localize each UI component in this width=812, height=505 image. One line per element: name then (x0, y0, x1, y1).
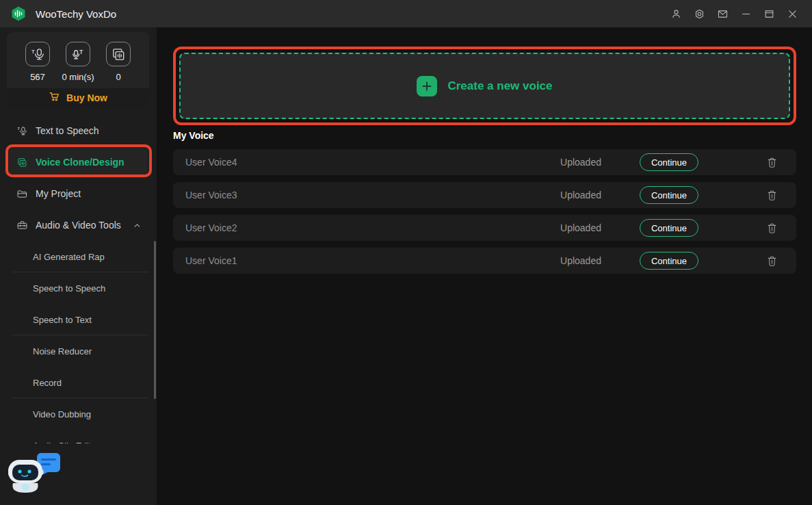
sidebar-subitem-noise-reducer[interactable]: Noise Reducer (0, 335, 157, 367)
app-body: T 567 T (0, 27, 812, 505)
settings-gear-icon[interactable] (692, 6, 707, 21)
voice-minutes-icon[interactable]: T (66, 42, 90, 66)
sidebar-item-my-project[interactable]: My Project (0, 178, 157, 209)
tts-quota-value: 567 (30, 72, 45, 82)
sidebar-item-voice-clone-design[interactable]: Voice Clone/Design (9, 146, 148, 178)
page-title: My Voice (173, 130, 796, 141)
chevron-up-icon[interactable] (133, 221, 142, 230)
clone-quota-icon[interactable] (106, 42, 131, 66)
delete-trash-icon[interactable] (767, 255, 777, 267)
sidebar-subitem-label: Speech to Speech (33, 283, 105, 294)
account-icon[interactable] (668, 6, 683, 21)
sidebar-subitem-speech-to-text[interactable]: Speech to Text (0, 304, 157, 335)
voice-row: User Voice3 Uploaded Continue (173, 182, 796, 208)
titlebar-controls (668, 6, 800, 21)
annotation-highlight-create-voice: Create a new voice (173, 47, 796, 125)
sidebar-subitem-label: Speech to Text (33, 315, 92, 325)
status-badge: Uploaded (560, 255, 601, 266)
sidebar-subitem-label: Record (33, 378, 62, 388)
stat-clone-quota: 0 (100, 42, 137, 82)
create-new-voice-button[interactable]: Create a new voice (179, 53, 790, 119)
delete-trash-icon[interactable] (767, 190, 777, 201)
sidebar-scrollbar[interactable] (154, 241, 156, 399)
sidebar-subitem-video-dubbing[interactable]: Video Dubbing (0, 398, 157, 430)
continue-button[interactable]: Continue (640, 153, 698, 171)
voice-name: User Voice4 (185, 157, 560, 168)
sidebar-item-label: Voice Clone/Design (36, 157, 125, 168)
voice-row: User Voice1 Uploaded Continue (173, 248, 796, 274)
status-badge: Uploaded (560, 157, 601, 168)
folder-icon (16, 188, 28, 200)
continue-button[interactable]: Continue (640, 219, 698, 237)
voice-list: User Voice4 Uploaded Continue User Voice… (173, 149, 796, 274)
sidebar-subitem-label: Noise Reducer (33, 346, 92, 357)
sidebar-subitem-record[interactable]: Record (0, 367, 157, 398)
plus-icon (417, 76, 437, 96)
continue-button[interactable]: Continue (640, 252, 698, 270)
voice-name: User Voice3 (185, 190, 560, 200)
stat-voice-minutes: T 0 min(s) (60, 42, 96, 82)
status-badge: Uploaded (560, 222, 601, 233)
voice-name: User Voice1 (185, 255, 560, 266)
voice-name: User Voice2 (185, 222, 560, 233)
close-button[interactable] (785, 6, 800, 21)
sidebar-item-audio-video-tools[interactable]: Audio & Video Tools (0, 209, 157, 241)
maximize-button[interactable] (761, 6, 776, 21)
svg-text:T: T (31, 49, 34, 55)
sidebar-menu: T Text to Speech Voice Clone/Des (0, 115, 157, 443)
sidebar-subitem-audio-clip-edit[interactable]: Audio Clip Edit (0, 430, 157, 443)
buy-now-button[interactable]: Buy Now (7, 88, 149, 107)
minimize-button[interactable] (738, 6, 753, 21)
status-badge: Uploaded (560, 190, 601, 200)
delete-trash-icon[interactable] (767, 157, 777, 168)
assistant-mascot[interactable] (8, 449, 63, 504)
create-new-voice-label: Create a new voice (447, 79, 552, 93)
toolbox-icon (16, 220, 28, 231)
text-to-speech-icon: T (16, 125, 28, 137)
titlebar: WooTechy VoxDo (0, 0, 812, 27)
stat-tts-quota: T 567 (19, 42, 56, 82)
sidebar-subitem-ai-generated-rap[interactable]: AI Generated Rap (0, 241, 157, 272)
stats-row: T 567 T (7, 32, 149, 88)
sidebar-subitem-label: Video Dubbing (33, 409, 91, 419)
clone-quota-value: 0 (116, 72, 120, 82)
svg-text:T: T (17, 127, 20, 131)
cart-icon (49, 90, 61, 105)
sidebar-item-label: My Project (36, 188, 81, 199)
voice-row: User Voice4 Uploaded Continue (173, 149, 796, 175)
buy-now-label: Buy Now (66, 92, 107, 103)
sidebar-item-label: Text to Speech (36, 125, 99, 136)
account-stats-card: T 567 T (7, 32, 149, 107)
svg-text:T: T (79, 48, 83, 55)
sidebar: T 567 T (0, 27, 157, 505)
voice-minutes-value: 0 min(s) (62, 72, 94, 82)
voice-clone-icon (16, 157, 28, 168)
app-logo-icon (11, 6, 26, 21)
sidebar-item-text-to-speech[interactable]: T Text to Speech (0, 115, 157, 146)
main-content: Create a new voice My Voice User Voice4 … (157, 27, 812, 505)
tts-quota-icon[interactable]: T (25, 42, 50, 66)
mail-icon[interactable] (715, 6, 730, 21)
app-title: WooTechy VoxDo (36, 8, 116, 20)
sidebar-subitem-label: AI Generated Rap (33, 252, 105, 262)
voice-row: User Voice2 Uploaded Continue (173, 215, 796, 241)
sidebar-subitem-speech-to-speech[interactable]: Speech to Speech (0, 272, 157, 304)
continue-button[interactable]: Continue (640, 186, 698, 204)
delete-trash-icon[interactable] (767, 222, 777, 234)
sidebar-item-label: Audio & Video Tools (36, 220, 121, 231)
sidebar-subitem-label: Audio Clip Edit (33, 441, 91, 444)
